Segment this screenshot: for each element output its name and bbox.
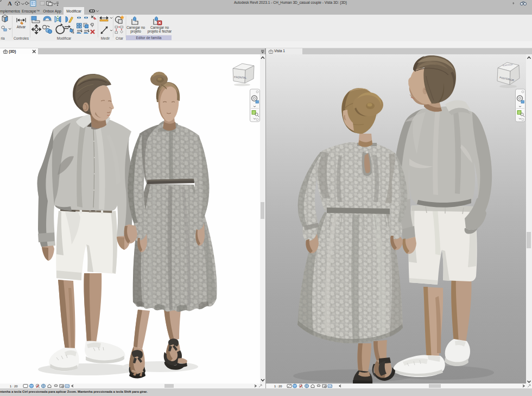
svg-text:A: A [8, 0, 12, 7]
